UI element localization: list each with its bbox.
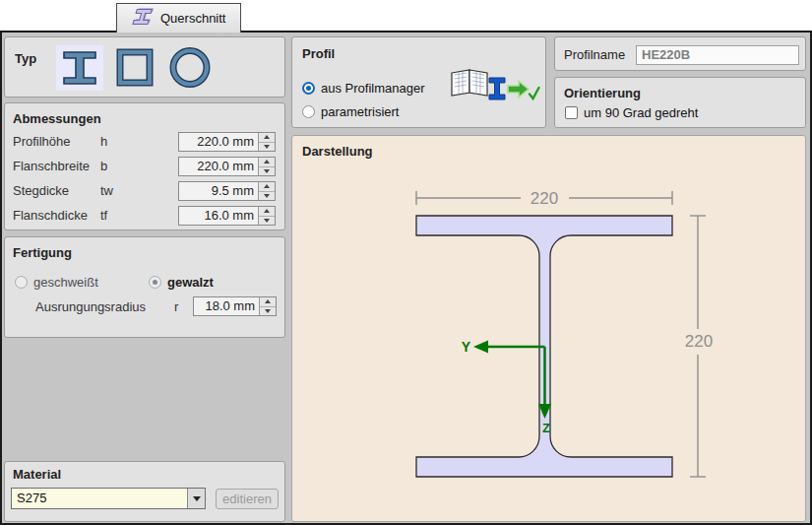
radio-gewalzt-label: gewalzt (167, 275, 214, 290)
querschnitt-dialog: Querschnitt Typ Abmessungen Profilhöhe h (0, 0, 812, 525)
flanschdicke-input[interactable]: 16.0 mm (178, 206, 276, 226)
abmessungen-panel: Abmessungen Profilhöhe h 220.0 mm Flansc… (4, 102, 285, 230)
radio-circle-icon (302, 105, 315, 118)
i-profile-icon (56, 45, 103, 91)
fertigung-title: Fertigung (13, 245, 72, 260)
radio-aus-profilmanager-label: aus Profilmanager (321, 81, 425, 96)
flanschbreite-label: Flanschbreite (13, 159, 90, 173)
typ-panel: Typ (4, 36, 285, 98)
radio-circle-icon (15, 276, 28, 289)
box-profile-icon (111, 45, 158, 91)
flanschbreite-symbol: b (100, 159, 107, 173)
profilname-label: Profilname (564, 47, 625, 62)
spin-up-button[interactable] (260, 297, 276, 307)
checkbox-90-grad-label: um 90 Grad gedreht (584, 105, 698, 120)
stegdicke-input[interactable]: 9.5 mm (178, 181, 276, 201)
profilhoehe-input[interactable]: 220.0 mm (178, 132, 276, 152)
checkbox-icon (565, 106, 578, 119)
profilname-field[interactable]: HE220B (636, 45, 799, 65)
radio-gewalzt[interactable]: gewalzt (149, 275, 214, 290)
stegdicke-label: Stegdicke (13, 183, 69, 198)
material-panel: Material S275 editieren (4, 461, 285, 522)
radio-parametrisiert[interactable]: parametrisiert (302, 104, 399, 119)
ausrundungsradius-label: Ausrungungsradius (35, 299, 146, 314)
type-i-profile-button[interactable] (56, 45, 103, 91)
radio-geschweisst-label: geschweißt (33, 275, 98, 290)
flanschdicke-label: Flanschdicke (13, 208, 88, 223)
section-drawing: 220 220 Y Z (292, 136, 805, 521)
type-circle-profile-button[interactable] (166, 45, 214, 91)
z-axis-label: Z (542, 421, 550, 435)
spin-up-button[interactable] (259, 182, 275, 192)
type-box-profile-button[interactable] (111, 45, 158, 91)
stegdicke-symbol: tw (100, 183, 113, 198)
y-axis-label: Y (462, 339, 471, 355)
spin-up-button[interactable] (259, 207, 275, 217)
abmessungen-title: Abmessungen (13, 111, 101, 126)
y-axis-arrow (473, 341, 545, 354)
material-selected-value: S275 (12, 489, 187, 508)
profil-title: Profil (302, 46, 335, 61)
spin-down-button[interactable] (259, 143, 275, 152)
spin-up-button[interactable] (259, 158, 275, 167)
editieren-button[interactable]: editieren (216, 489, 279, 509)
orientierung-panel: Orientierung um 90 Grad gedreht (554, 77, 806, 128)
ausrundungsradius-symbol: r (174, 299, 178, 314)
material-title: Material (13, 467, 61, 482)
height-dimension-label: 220 (685, 332, 713, 351)
material-dropdown[interactable]: S275 (11, 488, 206, 509)
dropdown-arrow-icon[interactable] (187, 489, 205, 508)
fertigung-panel: Fertigung geschweißt gewalzt Ausrungungs… (4, 236, 285, 338)
radio-aus-profilmanager[interactable]: aus Profilmanager (302, 81, 425, 96)
radio-dot-icon (302, 82, 315, 95)
tab-querschnitt[interactable]: Querschnitt (116, 3, 241, 33)
profilname-panel: Profilname HE220B (554, 36, 806, 71)
spin-down-button[interactable] (259, 217, 275, 226)
tab-label: Querschnitt (160, 11, 225, 26)
spin-down-button[interactable] (260, 307, 276, 316)
radio-geschweisst[interactable]: geschweißt (15, 275, 98, 290)
typ-title: Typ (15, 51, 36, 66)
profilhoehe-symbol: h (100, 134, 107, 149)
radio-dot-icon (149, 276, 161, 289)
flanschbreite-input[interactable]: 220.0 mm (178, 157, 276, 176)
spin-down-button[interactable] (259, 167, 275, 176)
ausrundungsradius-input[interactable]: 18.0 mm (193, 296, 277, 316)
profilmanager-icon (448, 65, 540, 113)
orientierung-title: Orientierung (564, 86, 641, 100)
profil-panel: Profil aus Profilmanager parametrisiert (291, 36, 546, 128)
checkbox-90-grad[interactable]: um 90 Grad gedreht (565, 105, 698, 120)
radio-parametrisiert-label: parametrisiert (321, 104, 399, 119)
flanschdicke-symbol: tf (100, 208, 107, 223)
darstellung-panel: Darstellung 220 220 (291, 135, 806, 522)
width-dimension-label: 220 (531, 189, 558, 208)
profilhoehe-label: Profilhöhe (13, 134, 71, 149)
spin-up-button[interactable] (259, 133, 275, 143)
spin-down-button[interactable] (259, 192, 275, 201)
ibeam-3d-icon (128, 7, 154, 30)
circle-profile-icon (166, 45, 214, 91)
